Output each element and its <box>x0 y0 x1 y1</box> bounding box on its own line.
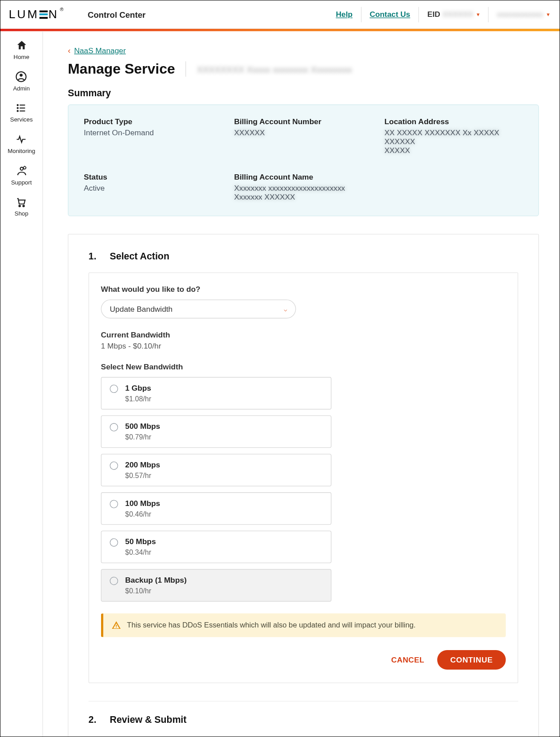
sidebar-item-support[interactable]: Support <box>11 165 32 186</box>
svg-point-1 <box>20 74 23 77</box>
eid-menu[interactable]: EID XXXXXX ▾ <box>419 7 489 22</box>
chevron-down-icon: ▾ <box>547 11 550 18</box>
radio-icon <box>110 462 118 470</box>
action-question: What would you like to do? <box>101 285 506 294</box>
select-new-label: Select New Bandwidth <box>101 362 506 371</box>
bandwidth-option[interactable]: 1 Gbps $1.08/hr <box>101 377 332 409</box>
option-name: 200 Mbps <box>125 460 160 469</box>
option-price: $1.08/hr <box>125 395 151 403</box>
gear-user-icon <box>16 165 27 177</box>
divider <box>186 61 186 77</box>
page-title: Manage Service <box>68 61 175 77</box>
sidebar-item-label: Admin <box>13 85 30 92</box>
svg-point-8 <box>20 167 23 170</box>
step2-header: 2. Review & Submit <box>89 701 518 725</box>
bandwidth-option[interactable]: 100 Mbps $0.46/hr <box>101 492 332 525</box>
action-dropdown[interactable]: Update Bandwidth ⌵ <box>101 299 296 318</box>
bandwidth-options: 1 Gbps $1.08/hr 500 Mbps $0.79/hr <box>101 377 332 602</box>
product-type-value: Internet On-Demand <box>84 128 222 137</box>
home-icon <box>16 39 27 51</box>
breadcrumb-parent-link[interactable]: NaaS Manager <box>74 46 126 55</box>
bandwidth-option[interactable]: Backup (1 Mbps) $0.10/hr <box>101 569 332 601</box>
top-bar: LUMN® Control Center Help Contact Us EID… <box>0 0 560 29</box>
sidebar-item-services[interactable]: Services <box>10 102 33 123</box>
step1-header: 1. Select Action <box>89 251 518 262</box>
status-value: Active <box>84 184 222 192</box>
sidebar: Home Admin Services Monitoring <box>0 31 43 737</box>
app-name: Control Center <box>88 10 146 19</box>
option-price: $0.34/hr <box>125 549 156 557</box>
chevron-down-icon: ⌵ <box>284 306 287 312</box>
radio-icon <box>110 538 118 547</box>
dropdown-value: Update Bandwidth <box>110 305 173 314</box>
radio-icon <box>110 500 118 508</box>
location-label: Location Address <box>384 117 523 126</box>
page-subtitle: XXXXXXXX Xxxxx xxxxxxxx Xxxxxxxxx <box>197 64 352 74</box>
current-bw-value: 1 Mbps - $0.10/hr <box>101 341 506 350</box>
step2-number: 2. <box>89 714 98 725</box>
svg-rect-5 <box>20 107 25 108</box>
option-name: 1 Gbps <box>125 384 151 392</box>
ddos-alert: This service has DDoS Essentials which w… <box>101 613 506 637</box>
step1-body: What would you like to do? Update Bandwi… <box>89 272 518 683</box>
step2-title: Review & Submit <box>110 714 187 725</box>
list-icon <box>16 102 27 114</box>
chevron-down-icon: ▾ <box>477 11 480 18</box>
chevron-left-icon: ‹ <box>68 45 70 55</box>
breadcrumb: ‹ NaaS Manager <box>68 45 539 55</box>
radio-icon <box>110 577 118 585</box>
ban-value: XXXXXX <box>234 128 372 137</box>
svg-point-2 <box>17 104 19 106</box>
sidebar-item-label: Shop <box>15 210 28 217</box>
baname-value: Xxxxxxxx xxxxxxxxxxxxxxxxxxxx Xxxxxxx XX… <box>234 184 372 201</box>
account-value: xxxxxxxxxxxx <box>497 10 543 19</box>
help-link[interactable]: Help <box>336 10 352 19</box>
radio-icon <box>110 384 118 393</box>
bandwidth-option[interactable]: 200 Mbps $0.57/hr <box>101 454 332 486</box>
svg-point-10 <box>19 205 20 207</box>
account-menu[interactable]: xxxxxxxxxxxx ▾ <box>489 7 549 22</box>
product-type-label: Product Type <box>84 117 222 126</box>
option-name: 50 Mbps <box>125 537 156 546</box>
contact-link[interactable]: Contact Us <box>370 10 410 19</box>
option-name: Backup (1 Mbps) <box>125 576 187 584</box>
summary-card: Product Type Internet On-Demand Billing … <box>68 105 539 216</box>
svg-rect-3 <box>20 105 25 106</box>
svg-point-9 <box>23 166 26 169</box>
sidebar-item-label: Monitoring <box>8 148 35 154</box>
alert-text: This service has DDoS Essentials which w… <box>127 621 415 630</box>
sidebar-item-shop[interactable]: Shop <box>15 196 28 217</box>
option-price: $0.10/hr <box>125 587 187 595</box>
option-price: $0.46/hr <box>125 510 160 518</box>
option-price: $0.79/hr <box>125 433 160 442</box>
warning-icon <box>112 620 121 630</box>
bandwidth-option[interactable]: 500 Mbps $0.79/hr <box>101 416 332 448</box>
option-name: 500 Mbps <box>125 422 160 431</box>
sidebar-item-admin[interactable]: Admin <box>13 71 30 92</box>
step1-actions: CANCEL CONTINUE <box>101 650 506 670</box>
cancel-button[interactable]: CANCEL <box>391 655 424 664</box>
bandwidth-option[interactable]: 50 Mbps $0.34/hr <box>101 531 332 563</box>
sidebar-item-home[interactable]: Home <box>14 39 30 60</box>
step1-title: Select Action <box>110 251 169 262</box>
svg-point-4 <box>17 107 19 109</box>
continue-button[interactable]: CONTINUE <box>437 650 505 670</box>
logo: LUMN® <box>9 8 65 21</box>
activity-icon <box>16 133 27 145</box>
sidebar-item-monitoring[interactable]: Monitoring <box>8 133 35 154</box>
step1-number: 1. <box>89 251 98 262</box>
baname-label: Billing Account Name <box>234 172 372 181</box>
location-value: XX XXXXX XXXXXXX Xx XXXXX XXXXXX XXXXX <box>384 128 523 155</box>
option-price: $0.57/hr <box>125 471 160 480</box>
content-area: ‹ NaaS Manager Manage Service XXXXXXXX X… <box>43 31 560 737</box>
sidebar-item-label: Services <box>10 116 33 123</box>
svg-rect-7 <box>20 110 25 111</box>
radio-icon <box>110 423 118 431</box>
eid-label: EID <box>427 10 440 19</box>
cart-icon <box>16 196 27 208</box>
wizard: 1. Select Action What would you like to … <box>68 234 539 737</box>
svg-point-6 <box>17 110 19 112</box>
sidebar-item-label: Home <box>14 54 30 60</box>
summary-heading: Summary <box>68 88 539 98</box>
user-circle-icon <box>16 71 27 83</box>
